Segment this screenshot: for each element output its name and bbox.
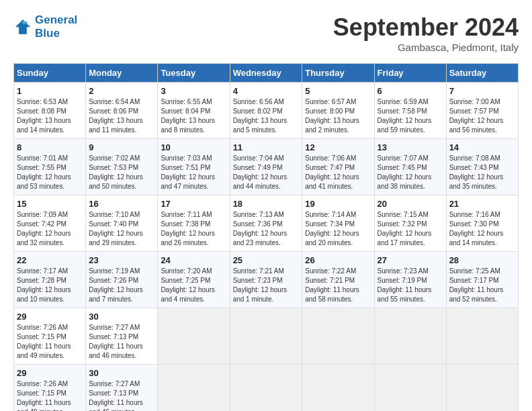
table-row: 26Sunrise: 7:22 AMSunset: 7:21 PMDayligh… — [302, 252, 374, 308]
col-wednesday: Wednesday — [230, 64, 302, 83]
table-row: 29Sunrise: 7:26 AMSunset: 7:15 PMDayligh… — [14, 365, 86, 412]
day-number: 11 — [233, 142, 300, 152]
page-header: General Blue September 2024 Gambasca, Pi… — [13, 13, 519, 53]
calendar-week-2: 8Sunrise: 7:01 AMSunset: 7:55 PMDaylight… — [14, 139, 519, 195]
day-number: 29 — [17, 368, 83, 378]
table-row: 21Sunrise: 7:16 AMSunset: 7:30 PMDayligh… — [446, 195, 518, 252]
day-info: Sunrise: 7:09 AMSunset: 7:42 PMDaylight:… — [17, 211, 71, 246]
day-number: 9 — [89, 142, 154, 152]
table-row: 20Sunrise: 7:15 AMSunset: 7:32 PMDayligh… — [374, 195, 446, 252]
day-info: Sunrise: 7:03 AMSunset: 7:51 PMDaylight:… — [161, 154, 215, 190]
table-row: 22Sunrise: 7:17 AMSunset: 7:28 PMDayligh… — [14, 252, 86, 308]
day-number: 12 — [305, 142, 371, 152]
calendar-week-5: 29Sunrise: 7:26 AMSunset: 7:15 PMDayligh… — [14, 308, 519, 365]
day-info: Sunrise: 7:27 AMSunset: 7:13 PMDaylight:… — [89, 324, 143, 359]
day-number: 3 — [161, 86, 226, 96]
day-info: Sunrise: 6:59 AMSunset: 7:58 PMDaylight:… — [378, 98, 432, 134]
table-row: 16Sunrise: 7:10 AMSunset: 7:40 PMDayligh… — [86, 195, 158, 252]
day-number: 19 — [305, 199, 371, 209]
day-number: 30 — [89, 368, 154, 378]
table-row — [374, 365, 446, 412]
title-block: September 2024 Gambasca, Piedmont, Italy — [333, 13, 519, 53]
day-info: Sunrise: 7:17 AMSunset: 7:28 PMDaylight:… — [17, 267, 71, 303]
day-number: 8 — [17, 142, 83, 152]
calendar-week-3: 15Sunrise: 7:09 AMSunset: 7:42 PMDayligh… — [14, 195, 519, 252]
table-row: 23Sunrise: 7:19 AMSunset: 7:26 PMDayligh… — [86, 252, 158, 308]
day-number: 18 — [233, 199, 300, 209]
day-number: 27 — [378, 255, 443, 265]
table-row: 1Sunrise: 6:53 AMSunset: 8:08 PMDaylight… — [14, 83, 86, 139]
table-row: 13Sunrise: 7:07 AMSunset: 7:45 PMDayligh… — [374, 139, 446, 195]
location: Gambasca, Piedmont, Italy — [333, 42, 519, 53]
day-info: Sunrise: 7:26 AMSunset: 7:15 PMDaylight:… — [17, 324, 71, 359]
table-row: 4Sunrise: 6:56 AMSunset: 8:02 PMDaylight… — [230, 83, 302, 139]
col-thursday: Thursday — [302, 64, 374, 83]
table-row: 11Sunrise: 7:04 AMSunset: 7:49 PMDayligh… — [230, 139, 302, 195]
logo-icon — [13, 17, 32, 36]
day-info: Sunrise: 7:20 AMSunset: 7:25 PMDaylight:… — [161, 267, 215, 303]
col-saturday: Saturday — [446, 64, 518, 83]
logo-text: General Blue — [35, 13, 77, 40]
day-number: 28 — [449, 255, 515, 265]
day-number: 16 — [89, 199, 154, 209]
day-number: 1 — [17, 86, 83, 96]
day-info: Sunrise: 6:55 AMSunset: 8:04 PMDaylight:… — [161, 98, 215, 134]
table-row: 17Sunrise: 7:11 AMSunset: 7:38 PMDayligh… — [158, 195, 230, 252]
month-title: September 2024 — [333, 13, 519, 42]
day-info: Sunrise: 7:16 AMSunset: 7:30 PMDaylight:… — [449, 211, 504, 246]
table-row: 15Sunrise: 7:09 AMSunset: 7:42 PMDayligh… — [14, 195, 86, 252]
table-row: 18Sunrise: 7:13 AMSunset: 7:36 PMDayligh… — [230, 195, 302, 252]
day-number: 25 — [233, 255, 300, 265]
table-row: 6Sunrise: 6:59 AMSunset: 7:58 PMDaylight… — [374, 83, 446, 139]
day-number: 14 — [449, 142, 515, 152]
day-info: Sunrise: 7:01 AMSunset: 7:55 PMDaylight:… — [17, 154, 71, 190]
table-row — [374, 308, 446, 365]
table-row: 28Sunrise: 7:25 AMSunset: 7:17 PMDayligh… — [446, 252, 518, 308]
col-friday: Friday — [374, 64, 446, 83]
table-row — [302, 308, 374, 365]
col-sunday: Sunday — [14, 64, 86, 83]
day-info: Sunrise: 7:02 AMSunset: 7:53 PMDaylight:… — [89, 154, 143, 190]
day-number: 13 — [378, 142, 443, 152]
day-number: 2 — [89, 86, 154, 96]
calendar-header-row: Sunday Monday Tuesday Wednesday Thursday… — [14, 64, 519, 83]
day-number: 22 — [17, 255, 83, 265]
table-row — [158, 308, 230, 365]
day-info: Sunrise: 7:19 AMSunset: 7:26 PMDaylight:… — [89, 267, 143, 303]
table-row: 10Sunrise: 7:03 AMSunset: 7:51 PMDayligh… — [158, 139, 230, 195]
table-row: 29Sunrise: 7:26 AMSunset: 7:15 PMDayligh… — [14, 308, 86, 365]
day-info: Sunrise: 7:07 AMSunset: 7:45 PMDaylight:… — [378, 154, 432, 190]
day-info: Sunrise: 6:57 AMSunset: 8:00 PMDaylight:… — [305, 98, 359, 134]
table-row: 30Sunrise: 7:27 AMSunset: 7:13 PMDayligh… — [86, 308, 158, 365]
table-row: 27Sunrise: 7:23 AMSunset: 7:19 PMDayligh… — [374, 252, 446, 308]
calendar-week-1: 1Sunrise: 6:53 AMSunset: 8:08 PMDaylight… — [14, 83, 519, 139]
table-row: 8Sunrise: 7:01 AMSunset: 7:55 PMDaylight… — [14, 139, 86, 195]
table-row — [302, 365, 374, 412]
day-info: Sunrise: 7:23 AMSunset: 7:19 PMDaylight:… — [378, 267, 432, 303]
calendar-body: 1Sunrise: 6:53 AMSunset: 8:08 PMDaylight… — [14, 83, 519, 412]
day-number: 21 — [449, 199, 515, 209]
table-row — [230, 365, 302, 412]
day-info: Sunrise: 6:54 AMSunset: 8:06 PMDaylight:… — [89, 98, 143, 134]
table-row: 24Sunrise: 7:20 AMSunset: 7:25 PMDayligh… — [158, 252, 230, 308]
day-info: Sunrise: 6:53 AMSunset: 8:08 PMDaylight:… — [17, 98, 71, 134]
table-row: 19Sunrise: 7:14 AMSunset: 7:34 PMDayligh… — [302, 195, 374, 252]
day-number: 15 — [17, 199, 83, 209]
calendar-week-4: 22Sunrise: 7:17 AMSunset: 7:28 PMDayligh… — [14, 252, 519, 308]
table-row: 9Sunrise: 7:02 AMSunset: 7:53 PMDaylight… — [86, 139, 158, 195]
day-info: Sunrise: 7:00 AMSunset: 7:57 PMDaylight:… — [449, 98, 504, 134]
table-row: 30Sunrise: 7:27 AMSunset: 7:13 PMDayligh… — [86, 365, 158, 412]
table-row: 2Sunrise: 6:54 AMSunset: 8:06 PMDaylight… — [86, 83, 158, 139]
day-number: 23 — [89, 255, 154, 265]
day-number: 24 — [161, 255, 226, 265]
day-info: Sunrise: 7:15 AMSunset: 7:32 PMDaylight:… — [378, 211, 432, 246]
day-number: 5 — [305, 86, 371, 96]
table-row — [446, 308, 518, 365]
day-info: Sunrise: 7:14 AMSunset: 7:34 PMDaylight:… — [305, 211, 359, 246]
day-info: Sunrise: 7:26 AMSunset: 7:15 PMDaylight:… — [17, 380, 71, 411]
table-row: 14Sunrise: 7:08 AMSunset: 7:43 PMDayligh… — [446, 139, 518, 195]
day-number: 4 — [233, 86, 300, 96]
day-number: 6 — [378, 86, 443, 96]
day-info: Sunrise: 7:27 AMSunset: 7:13 PMDaylight:… — [89, 380, 143, 411]
table-row: 12Sunrise: 7:06 AMSunset: 7:47 PMDayligh… — [302, 139, 374, 195]
